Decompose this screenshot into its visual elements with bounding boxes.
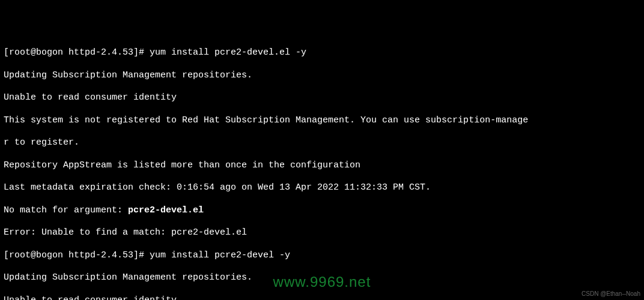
- output-line: Last metadata expiration check: 0:16:54 …: [4, 182, 640, 194]
- prompt-line-2: [root@bogon httpd-2.4.53]# yum install p…: [4, 250, 640, 262]
- prompt-line-1: [root@bogon httpd-2.4.53]# yum install p…: [4, 47, 640, 59]
- output-line: Repository AppStream is listed more than…: [4, 160, 640, 172]
- shell-prompt: [root@bogon httpd-2.4.53]#: [4, 47, 150, 58]
- output-line: Unable to read consumer identity: [4, 295, 640, 301]
- typed-command[interactable]: yum install pcre2-devel -y: [150, 250, 290, 260]
- output-line: No match for argument: pcre2-devel.el: [4, 205, 640, 217]
- output-text: No match for argument:: [4, 205, 128, 215]
- typed-command[interactable]: yum install pcre2-devel.el -y: [150, 47, 306, 58]
- output-line: Unable to read consumer identity: [4, 92, 640, 104]
- output-line: Error: Unable to find a match: pcre2-dev…: [4, 227, 640, 239]
- output-line: r to register.: [4, 137, 640, 149]
- output-text-bold: pcre2-devel.el: [128, 205, 204, 215]
- output-line: Updating Subscription Management reposit…: [4, 70, 640, 82]
- output-line: This system is not registered to Red Hat…: [4, 115, 640, 127]
- shell-prompt: [root@bogon httpd-2.4.53]#: [4, 250, 150, 260]
- output-line: Updating Subscription Management reposit…: [4, 272, 640, 284]
